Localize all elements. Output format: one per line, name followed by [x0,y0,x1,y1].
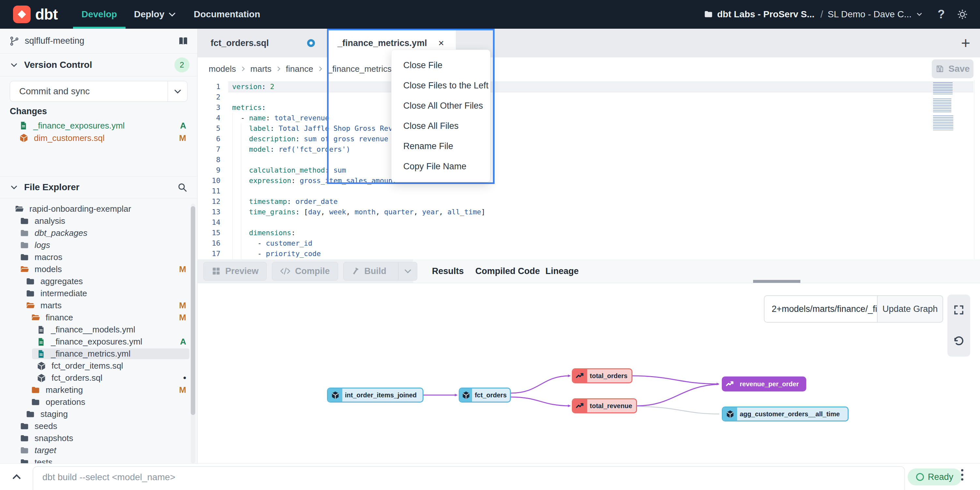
tree-item-operations[interactable]: operations [0,396,197,408]
git-status-badge: M [179,385,186,395]
tree-item-macros[interactable]: macros [0,251,197,263]
menu-item-rename-file[interactable]: Rename File [391,136,490,156]
tab-fct-orders[interactable]: fct_orders.sql [197,29,327,57]
lineage-node-total_orders[interactable]: total_orders [572,368,632,383]
tree-item-label: snapshots [35,433,73,443]
lineage-node-int_order_items_joined[interactable]: int_order_items_joined [327,388,423,402]
commit-and-sync-button[interactable]: Commit and sync [10,81,188,102]
nav-item-documentation[interactable]: Documentation [185,0,269,29]
minimap[interactable] [933,82,956,131]
tree-item-tests[interactable]: tests [0,456,197,463]
help-icon[interactable]: ? [938,8,945,21]
line-number: 4 [197,113,220,123]
nav-item-deploy[interactable]: Deploy [126,0,185,29]
line-number: 2 [197,92,220,102]
breadcrumb-item[interactable]: marts [250,64,272,74]
panel-tab-compiled-code[interactable]: Compiled Code [475,259,540,283]
menu-item-copy-file-name[interactable]: Copy File Name [391,156,490,177]
nav-item-develop[interactable]: Develop [73,0,126,29]
breadcrumb-item[interactable]: models [208,64,236,74]
lineage-node-revenue_per_order[interactable]: revenue_per_order [722,377,806,391]
node-label: total_orders [587,372,631,380]
menu-item-close-file[interactable]: Close File [391,55,490,75]
dbt-command-input[interactable] [33,467,904,488]
git-branch-icon [9,36,19,46]
chevron-up-icon[interactable] [11,471,22,482]
panel-tab-lineage[interactable]: Lineage [546,259,579,283]
tree-item-aggregates[interactable]: aggregates [0,275,197,287]
gear-icon[interactable] [956,8,968,20]
tree-item-label: intermediate [40,288,87,298]
toolbar-build-button[interactable]: Build [343,262,418,281]
line-number: 7 [197,144,220,155]
tree-item-staging[interactable]: staging [0,408,197,420]
folder-icon [19,216,29,226]
tree-item--finance-models-yml[interactable]: _finance__models.yml [0,324,197,336]
navbar-right: dbt Labs - ProServ S... / SL Demo - Dave… [703,0,968,29]
account-name[interactable]: dbt Labs - ProServ S... [717,9,815,19]
changed-file-row[interactable]: _finance_exposures.ymlA [0,120,197,132]
code-editor[interactable]: 1234567891011121314151617 version: 2metr… [197,80,980,259]
changed-file-row[interactable]: dim_customers.sqlM [0,132,197,144]
menu-item-close-all-other-files[interactable]: Close All Other Files [391,96,490,116]
dbt-brand[interactable]: dbt [13,0,58,29]
tree-item-fct-order-items-sql[interactable]: fct_order_items.sql [0,360,197,372]
tree-item-marketing[interactable]: marketingM [0,384,197,396]
file-explorer-header[interactable]: File Explorer [0,176,197,198]
toolbar-preview-button[interactable]: Preview [204,262,267,281]
lineage-selector-input[interactable] [764,295,877,322]
kebab-menu-icon[interactable] [961,469,963,480]
panel-tab-results[interactable]: Results [432,259,464,283]
tree-item-rapid-onboarding-exemplar[interactable]: rapid-onboarding-exemplar [0,203,197,215]
breadcrumb-item[interactable]: finance [286,64,313,74]
yml-file-icon [19,121,28,130]
tree-item-snapshots[interactable]: snapshots [0,432,197,444]
menu-item-close-all-files[interactable]: Close All Files [391,116,490,136]
branch-row[interactable]: sqlfluff-meeting [0,29,197,54]
file-tree: rapid-onboarding-exemplaranalysisdbt_pac… [0,203,197,463]
tree-item-analysis[interactable]: analysis [0,215,197,227]
lineage-node-agg_customer_orders__all_time[interactable]: agg_customer_orders__all_time [722,407,849,421]
tree-item-target[interactable]: target [0,444,197,456]
commit-options-caret[interactable] [167,81,187,101]
menu-item-close-files-to-the-left[interactable]: Close Files to the Left [391,75,490,96]
version-control-header[interactable]: Version Control 2 [0,54,197,77]
lineage-node-total_revenue[interactable]: total_revenue [572,398,637,413]
docs-book-icon[interactable] [178,35,189,47]
fullscreen-icon[interactable] [953,304,965,316]
tree-item-logs[interactable]: logs [0,239,197,251]
lineage-node-fct_orders[interactable]: fct_orders [459,388,511,402]
new-tab-button[interactable]: + [961,35,970,51]
update-graph-button[interactable]: Update Graph [877,295,943,322]
close-icon[interactable]: × [438,38,444,49]
git-status-badge: A [180,121,186,131]
tree-item-seeds[interactable]: seeds [0,420,197,432]
scrollbar-thumb[interactable] [191,206,195,415]
code-line: - name: total_revenue [232,113,329,123]
folder-icon [19,434,29,443]
tree-item--finance-metrics-yml[interactable]: _finance_metrics.yml [0,348,197,360]
toolbar-compile-button[interactable]: Compile [272,262,338,281]
active-line-highlight [228,81,974,92]
save-button[interactable]: Save [932,59,974,78]
project-name[interactable]: SL Demo - Dave C... [828,9,912,19]
status-label: Ready [928,472,953,482]
breadcrumb-bar: modelsmartsfinance_finance_metrics.yml S… [197,57,980,80]
folder-open-icon [14,204,24,214]
tree-item-marts[interactable]: martsM [0,300,197,311]
button-main[interactable]: Build [344,266,394,276]
dbt-cloud-ide: dbt DevelopDeployDocumentation dbt Labs … [0,0,980,490]
code-line: - priority_code [232,249,321,259]
reset-view-icon[interactable] [953,335,965,347]
file-tree-scrollbar[interactable] [191,204,195,463]
tree-item--finance-exposures-yml[interactable]: _finance_exposures.ymlA [0,336,197,348]
tree-item-models[interactable]: modelsM [0,263,197,275]
tree-item-finance[interactable]: financeM [0,311,197,324]
folder-icon [31,385,40,395]
tree-item-intermediate[interactable]: intermediate [0,287,197,300]
search-icon[interactable] [177,182,188,193]
tree-item-dbt-packages[interactable]: dbt_packages [0,227,197,239]
tree-item-fct-orders-sql[interactable]: fct_orders.sql• [0,372,197,384]
unsaved-dot-icon [307,39,315,47]
chevron-down-icon[interactable] [915,10,923,18]
